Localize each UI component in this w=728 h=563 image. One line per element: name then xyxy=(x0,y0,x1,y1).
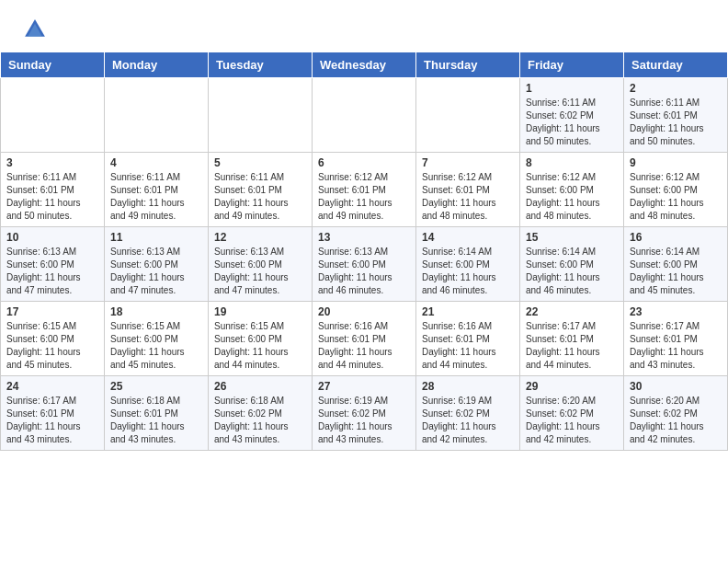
day-info: Sunrise: 6:12 AM Sunset: 6:01 PM Dayligh… xyxy=(318,171,410,223)
calendar-day-cell: 7Sunrise: 6:12 AM Sunset: 6:01 PM Daylig… xyxy=(416,153,520,227)
day-number: 7 xyxy=(422,156,514,169)
calendar-day-cell: 21Sunrise: 6:16 AM Sunset: 6:01 PM Dayli… xyxy=(416,302,520,376)
page-header xyxy=(0,0,728,52)
calendar-day-cell: 25Sunrise: 6:18 AM Sunset: 6:01 PM Dayli… xyxy=(105,376,209,451)
day-info: Sunrise: 6:15 AM Sunset: 6:00 PM Dayligh… xyxy=(110,320,202,372)
day-info: Sunrise: 6:13 AM Sunset: 6:00 PM Dayligh… xyxy=(6,246,98,297)
calendar-day-cell: 15Sunrise: 6:14 AM Sunset: 6:00 PM Dayli… xyxy=(520,227,624,302)
calendar-day-cell: 26Sunrise: 6:18 AM Sunset: 6:02 PM Dayli… xyxy=(209,376,313,451)
calendar-day-cell: 2Sunrise: 6:11 AM Sunset: 6:01 PM Daylig… xyxy=(624,78,728,153)
calendar-day-cell: 11Sunrise: 6:13 AM Sunset: 6:00 PM Dayli… xyxy=(105,227,209,302)
day-number: 21 xyxy=(422,305,514,318)
calendar-day-cell: 13Sunrise: 6:13 AM Sunset: 6:00 PM Dayli… xyxy=(313,227,416,302)
day-number: 22 xyxy=(526,305,618,318)
day-info: Sunrise: 6:15 AM Sunset: 6:00 PM Dayligh… xyxy=(6,320,98,372)
calendar-week-row: 24Sunrise: 6:17 AM Sunset: 6:01 PM Dayli… xyxy=(1,376,728,451)
day-info: Sunrise: 6:14 AM Sunset: 6:00 PM Dayligh… xyxy=(422,246,514,297)
calendar-day-cell: 14Sunrise: 6:14 AM Sunset: 6:00 PM Dayli… xyxy=(416,227,520,302)
calendar-day-cell: 29Sunrise: 6:20 AM Sunset: 6:02 PM Dayli… xyxy=(520,376,624,451)
day-info: Sunrise: 6:20 AM Sunset: 6:02 PM Dayligh… xyxy=(630,395,722,446)
day-number: 23 xyxy=(630,305,722,318)
day-number: 17 xyxy=(6,305,98,318)
day-info: Sunrise: 6:13 AM Sunset: 6:00 PM Dayligh… xyxy=(318,246,410,297)
day-info: Sunrise: 6:12 AM Sunset: 6:00 PM Dayligh… xyxy=(630,171,722,223)
calendar-day-cell: 17Sunrise: 6:15 AM Sunset: 6:00 PM Dayli… xyxy=(1,302,105,376)
calendar-day-cell: 23Sunrise: 6:17 AM Sunset: 6:01 PM Dayli… xyxy=(624,302,728,376)
calendar-week-row: 3Sunrise: 6:11 AM Sunset: 6:01 PM Daylig… xyxy=(1,153,728,227)
day-number: 6 xyxy=(318,156,410,169)
calendar-day-cell: 12Sunrise: 6:13 AM Sunset: 6:00 PM Dayli… xyxy=(209,227,313,302)
day-number: 14 xyxy=(422,231,514,244)
calendar-header-row: SundayMondayTuesdayWednesdayThursdayFrid… xyxy=(1,52,728,78)
calendar-day-header: Wednesday xyxy=(313,52,416,78)
calendar-day-cell: 18Sunrise: 6:15 AM Sunset: 6:00 PM Dayli… xyxy=(105,302,209,376)
calendar-day-cell: 9Sunrise: 6:12 AM Sunset: 6:00 PM Daylig… xyxy=(624,153,728,227)
calendar-day-cell: 8Sunrise: 6:12 AM Sunset: 6:00 PM Daylig… xyxy=(520,153,624,227)
day-number: 4 xyxy=(110,156,202,169)
logo xyxy=(22,17,51,42)
day-info: Sunrise: 6:12 AM Sunset: 6:01 PM Dayligh… xyxy=(422,171,514,223)
day-info: Sunrise: 6:18 AM Sunset: 6:01 PM Dayligh… xyxy=(110,395,202,446)
day-number: 19 xyxy=(214,305,306,318)
calendar-day-cell xyxy=(209,78,313,153)
day-number: 13 xyxy=(318,231,410,244)
calendar-day-cell xyxy=(105,78,209,153)
day-number: 3 xyxy=(6,156,98,169)
calendar-day-cell xyxy=(1,78,105,153)
day-info: Sunrise: 6:14 AM Sunset: 6:00 PM Dayligh… xyxy=(630,246,722,297)
day-info: Sunrise: 6:19 AM Sunset: 6:02 PM Dayligh… xyxy=(422,395,514,446)
day-info: Sunrise: 6:11 AM Sunset: 6:01 PM Dayligh… xyxy=(110,171,202,223)
day-info: Sunrise: 6:13 AM Sunset: 6:00 PM Dayligh… xyxy=(214,246,306,297)
day-info: Sunrise: 6:15 AM Sunset: 6:00 PM Dayligh… xyxy=(214,320,306,372)
calendar-day-header: Monday xyxy=(105,52,209,78)
logo-icon xyxy=(22,17,48,42)
calendar-day-header: Sunday xyxy=(1,52,105,78)
day-number: 16 xyxy=(630,231,722,244)
calendar-day-cell: 28Sunrise: 6:19 AM Sunset: 6:02 PM Dayli… xyxy=(416,376,520,451)
day-info: Sunrise: 6:11 AM Sunset: 6:02 PM Dayligh… xyxy=(526,97,618,148)
day-number: 18 xyxy=(110,305,202,318)
calendar-table: SundayMondayTuesdayWednesdayThursdayFrid… xyxy=(0,52,728,451)
day-info: Sunrise: 6:16 AM Sunset: 6:01 PM Dayligh… xyxy=(318,320,410,372)
day-info: Sunrise: 6:19 AM Sunset: 6:02 PM Dayligh… xyxy=(318,395,410,446)
calendar-day-header: Friday xyxy=(520,52,624,78)
day-info: Sunrise: 6:18 AM Sunset: 6:02 PM Dayligh… xyxy=(214,395,306,446)
day-info: Sunrise: 6:17 AM Sunset: 6:01 PM Dayligh… xyxy=(526,320,618,372)
day-number: 25 xyxy=(110,380,202,393)
calendar-day-cell: 16Sunrise: 6:14 AM Sunset: 6:00 PM Dayli… xyxy=(624,227,728,302)
calendar-day-cell xyxy=(313,78,416,153)
day-number: 1 xyxy=(526,82,618,95)
day-number: 27 xyxy=(318,380,410,393)
calendar-week-row: 10Sunrise: 6:13 AM Sunset: 6:00 PM Dayli… xyxy=(1,227,728,302)
day-number: 28 xyxy=(422,380,514,393)
calendar-day-cell: 6Sunrise: 6:12 AM Sunset: 6:01 PM Daylig… xyxy=(313,153,416,227)
day-number: 24 xyxy=(6,380,98,393)
calendar-day-cell: 10Sunrise: 6:13 AM Sunset: 6:00 PM Dayli… xyxy=(1,227,105,302)
day-number: 10 xyxy=(6,231,98,244)
day-info: Sunrise: 6:14 AM Sunset: 6:00 PM Dayligh… xyxy=(526,246,618,297)
day-number: 5 xyxy=(214,156,306,169)
day-number: 8 xyxy=(526,156,618,169)
day-number: 26 xyxy=(214,380,306,393)
day-number: 9 xyxy=(630,156,722,169)
calendar-week-row: 1Sunrise: 6:11 AM Sunset: 6:02 PM Daylig… xyxy=(1,78,728,153)
day-info: Sunrise: 6:20 AM Sunset: 6:02 PM Dayligh… xyxy=(526,395,618,446)
day-number: 2 xyxy=(630,82,722,95)
day-number: 15 xyxy=(526,231,618,244)
day-info: Sunrise: 6:11 AM Sunset: 6:01 PM Dayligh… xyxy=(630,97,722,148)
calendar-day-cell: 27Sunrise: 6:19 AM Sunset: 6:02 PM Dayli… xyxy=(313,376,416,451)
day-info: Sunrise: 6:16 AM Sunset: 6:01 PM Dayligh… xyxy=(422,320,514,372)
calendar-day-cell xyxy=(416,78,520,153)
calendar-header: SundayMondayTuesdayWednesdayThursdayFrid… xyxy=(1,52,728,78)
calendar-day-cell: 20Sunrise: 6:16 AM Sunset: 6:01 PM Dayli… xyxy=(313,302,416,376)
day-number: 11 xyxy=(110,231,202,244)
day-info: Sunrise: 6:13 AM Sunset: 6:00 PM Dayligh… xyxy=(110,246,202,297)
day-info: Sunrise: 6:17 AM Sunset: 6:01 PM Dayligh… xyxy=(630,320,722,372)
calendar-day-cell: 24Sunrise: 6:17 AM Sunset: 6:01 PM Dayli… xyxy=(1,376,105,451)
day-info: Sunrise: 6:11 AM Sunset: 6:01 PM Dayligh… xyxy=(6,171,98,223)
day-info: Sunrise: 6:12 AM Sunset: 6:00 PM Dayligh… xyxy=(526,171,618,223)
calendar-week-row: 17Sunrise: 6:15 AM Sunset: 6:00 PM Dayli… xyxy=(1,302,728,376)
day-info: Sunrise: 6:11 AM Sunset: 6:01 PM Dayligh… xyxy=(214,171,306,223)
calendar-day-cell: 1Sunrise: 6:11 AM Sunset: 6:02 PM Daylig… xyxy=(520,78,624,153)
calendar-day-cell: 30Sunrise: 6:20 AM Sunset: 6:02 PM Dayli… xyxy=(624,376,728,451)
